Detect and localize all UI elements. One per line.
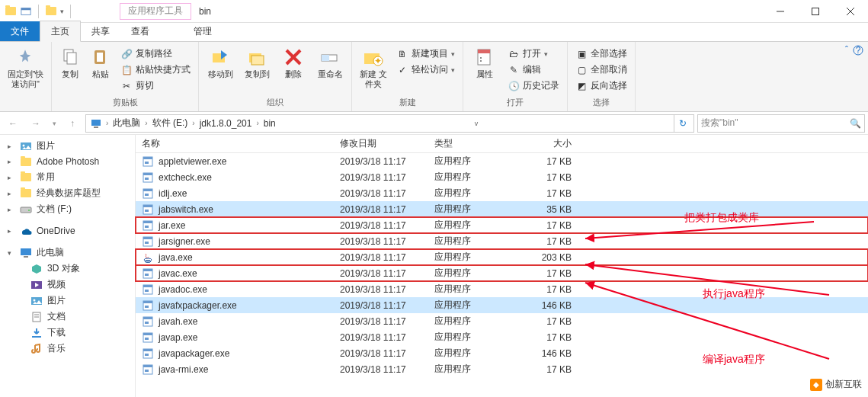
file-size: 146 KB — [512, 300, 578, 311]
svg-rect-62 — [143, 269, 152, 271]
svg-point-29 — [23, 144, 25, 146]
paste-shortcut-button[interactable]: 📋粘贴快捷方式 — [117, 62, 194, 77]
chevron-right-icon[interactable]: › — [192, 119, 194, 127]
svg-point-36 — [34, 299, 36, 301]
svg-rect-23 — [478, 50, 490, 53]
ribbon-help[interactable]: ˆ ? — [845, 45, 863, 56]
file-size: 17 KB — [512, 220, 578, 231]
tab-view[interactable]: 查看 — [120, 21, 160, 41]
chevron-right-icon[interactable]: › — [106, 119, 108, 127]
file-date: 2019/3/18 11:17 — [334, 204, 428, 215]
col-date[interactable]: 修改日期 — [334, 137, 428, 150]
crumb-jdk[interactable]: jdk1.8.0_201 — [197, 117, 255, 130]
nav-item[interactable]: ▸Adobe Photosh — [0, 154, 135, 169]
group-clipboard: 剪贴板 — [56, 97, 194, 110]
exe-icon — [142, 331, 154, 344]
select-all-button[interactable]: ▣全部选择 — [572, 46, 630, 61]
properties-button[interactable]: 属性 — [468, 45, 501, 79]
nav-item[interactable]: 下载 — [0, 325, 135, 341]
new-folder-button[interactable]: ✦ 新建 文件夹 — [357, 45, 390, 89]
tab-share[interactable]: 共享 — [81, 21, 120, 41]
delete-button[interactable]: 删除 — [277, 45, 310, 79]
file-date: 2019/3/18 11:17 — [334, 284, 428, 295]
column-headers[interactable]: 名称 修改日期 类型 大小 — [136, 135, 868, 153]
tab-manage[interactable]: 管理 — [183, 21, 223, 41]
nav-item[interactable]: ▸OneDrive — [0, 223, 135, 239]
svg-rect-18 — [322, 55, 329, 61]
select-all-icon: ▣ — [575, 48, 588, 60]
address-dropdown[interactable]: v — [467, 115, 485, 132]
search-input[interactable]: 搜索"bin" 🔍 — [697, 114, 865, 133]
col-name[interactable]: 名称 — [136, 137, 334, 150]
edit-button[interactable]: ✎编辑 — [504, 62, 562, 77]
nav-item[interactable]: 图片 — [0, 293, 135, 309]
minimize-button[interactable] — [763, 0, 798, 23]
close-button[interactable] — [833, 0, 868, 23]
move-to-button[interactable]: 移动到 — [203, 45, 237, 79]
easy-access-button[interactable]: ✓轻松访问▾ — [393, 62, 458, 77]
invert-select-button[interactable]: ◩反向选择 — [572, 78, 630, 93]
history-button[interactable]: 🕓历史记录 — [504, 78, 562, 93]
history-icon: 🕓 — [508, 80, 520, 92]
nav-item[interactable]: 文档 — [0, 309, 135, 325]
nav-item[interactable]: ▸常用 — [0, 169, 135, 185]
nav-item[interactable]: ▸文档 (F:) — [0, 201, 135, 217]
select-none-icon: ▢ — [575, 64, 588, 76]
svg-rect-68 — [143, 301, 152, 303]
nav-label: OneDrive — [37, 226, 75, 236]
col-size[interactable]: 大小 — [512, 137, 578, 150]
chevron-right-icon[interactable]: › — [145, 119, 147, 127]
nav-item[interactable]: 视频 — [0, 277, 135, 293]
pin-button[interactable]: 固定到"快 速访问" — [5, 45, 46, 89]
rename-button[interactable]: 重命名 — [313, 45, 347, 79]
tab-file[interactable]: 文件 — [0, 21, 40, 41]
chevron-right-icon[interactable]: › — [256, 119, 258, 127]
new-item-button[interactable]: 🗎新建项目▾ — [393, 46, 458, 61]
qat-dropdown-icon[interactable]: ▾ — [60, 8, 64, 15]
nav-item[interactable]: ▸经典数据库题型 — [0, 185, 135, 201]
maximize-button[interactable] — [798, 0, 833, 23]
file-name: javapackager.exe — [159, 348, 229, 359]
refresh-button[interactable]: ↻ — [674, 115, 692, 132]
crumb-bin[interactable]: bin — [261, 117, 279, 130]
file-row[interactable]: appletviewer.exe2019/3/18 11:17应用程序17 KB — [136, 153, 868, 169]
open-icon: 🗁 — [508, 48, 520, 60]
select-none-button[interactable]: ▢全部取消 — [572, 62, 630, 77]
nav-up-button[interactable]: ↑ — [62, 114, 82, 133]
file-date: 2019/3/18 11:17 — [334, 364, 428, 375]
nav-item[interactable]: 3D 对象 — [0, 261, 135, 277]
nav-back-button[interactable]: ← — [3, 114, 23, 133]
folder-icon-small[interactable] — [45, 5, 57, 18]
paste-button[interactable]: 粘贴 — [87, 45, 114, 79]
nav-item[interactable]: ▸图片 — [0, 138, 135, 154]
help-icon[interactable]: ? — [853, 45, 863, 56]
file-name: javah.exe — [159, 316, 197, 327]
nav-recent-button[interactable]: ▾ — [49, 114, 59, 133]
crumb-drive[interactable]: 软件 (E:) — [149, 115, 191, 131]
nav-label: 视频 — [47, 278, 66, 291]
nav-item[interactable]: ▾此电脑 — [0, 245, 135, 261]
move-icon — [209, 46, 232, 69]
nav-item[interactable]: 音乐 — [0, 341, 135, 357]
qat-open-icon[interactable] — [20, 5, 32, 18]
file-row[interactable]: extcheck.exe2019/3/18 11:17应用程序17 KB — [136, 169, 868, 185]
breadcrumb[interactable]: › 此电脑 › 软件 (E:) › jdk1.8.0_201 › bin v ↻ — [85, 114, 694, 133]
file-type: 应用程序 — [428, 331, 512, 344]
svg-text:?: ? — [856, 45, 861, 56]
copy-button[interactable]: 复制 — [56, 45, 84, 79]
copy-path-button[interactable]: 🔗复制路径 — [117, 46, 194, 61]
col-type[interactable]: 类型 — [428, 137, 512, 150]
navigation-pane[interactable]: ▸图片▸Adobe Photosh▸常用▸经典数据库题型▸文档 (F:)▸One… — [0, 135, 136, 397]
folder-icon — [20, 155, 32, 168]
file-type: 应用程序 — [428, 347, 512, 360]
file-row[interactable]: idlj.exe2019/3/18 11:17应用程序17 KB — [136, 185, 868, 201]
file-list: 名称 修改日期 类型 大小 appletviewer.exe2019/3/18 … — [136, 135, 868, 397]
tab-home[interactable]: 主页 — [40, 21, 81, 42]
svg-point-25 — [480, 60, 482, 62]
copy-to-button[interactable]: 复制到 — [240, 45, 274, 79]
nav-label: 音乐 — [47, 342, 66, 355]
crumb-pc[interactable]: 此电脑 — [110, 115, 143, 131]
nav-forward-button[interactable]: → — [26, 114, 46, 133]
cut-button[interactable]: ✂剪切 — [117, 78, 194, 93]
open-button[interactable]: 🗁打开▾ — [504, 46, 562, 61]
